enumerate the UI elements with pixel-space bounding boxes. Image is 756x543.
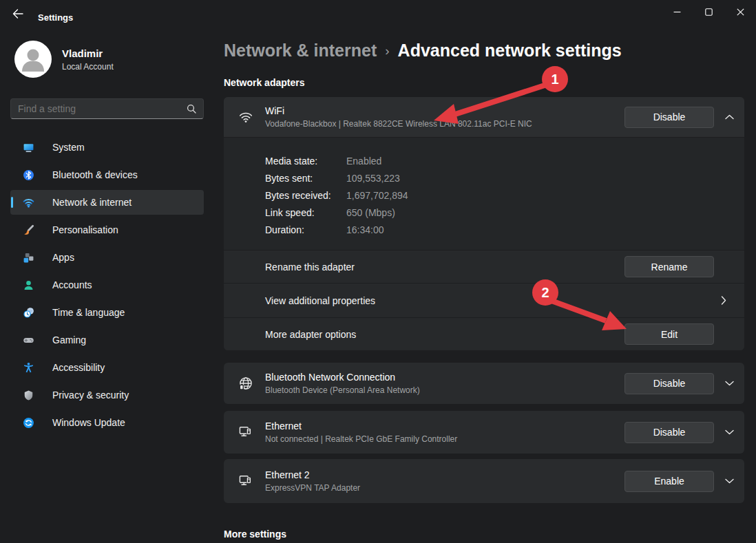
gamepad-icon (23, 334, 34, 346)
edit-button[interactable]: Edit (624, 323, 714, 345)
bluetooth-disable-button[interactable]: Disable (624, 373, 714, 394)
chevron-down-icon[interactable] (714, 429, 744, 435)
adapter-title: Ethernet 2 (265, 469, 360, 480)
user-profile[interactable]: Vladimir Local Account (14, 41, 114, 78)
sidebar-item-label: Apps (52, 252, 74, 263)
sidebar-nav: System Bluetooth & devices Network & int… (10, 135, 204, 438)
adapter-subtitle: Bluetooth Device (Personal Area Network) (265, 385, 420, 395)
chevron-right-icon (703, 296, 744, 305)
titlebar: Settings (0, 0, 756, 28)
view-additional-properties-row[interactable]: View additional properties (224, 283, 744, 317)
detail-label: Bytes received: (265, 190, 346, 201)
wifi-adapter-row[interactable]: WiFi Vodafone-Blackbox | Realtek 8822CE … (224, 97, 744, 137)
page-title: Advanced network settings (398, 41, 622, 60)
paintbrush-icon (23, 224, 34, 236)
sidebar: Vladimir Local Account System Bluetooth … (0, 28, 213, 543)
detail-label: Media state: (265, 156, 346, 167)
detail-value: 650 (Mbps) (346, 207, 395, 218)
detail-row: Duration: 16:34:00 (265, 221, 744, 238)
ethernet-adapter-row[interactable]: Ethernet Not connected | Realtek PCIe Gb… (224, 411, 744, 454)
maximize-button[interactable] (693, 0, 724, 23)
search-icon (187, 104, 196, 114)
sidebar-item-label: Accessibility (52, 362, 105, 373)
detail-value: 109,553,223 (346, 173, 400, 184)
more-adapter-options-row: More adapter options Edit (224, 317, 744, 350)
bluetooth-adapter-row[interactable]: Bluetooth Network Connection Bluetooth D… (224, 363, 744, 404)
detail-row: Bytes received: 1,697,702,894 (265, 187, 744, 204)
annotation-badge-1: 1 (551, 72, 558, 87)
sidebar-item-label: Time & language (52, 307, 125, 318)
minimize-button[interactable] (661, 0, 693, 23)
adapter-subtitle: Vodafone-Blackbox | Realtek 8822CE Wirel… (265, 119, 532, 129)
sidebar-item-label: Gaming (52, 334, 86, 345)
detail-value: 1,697,702,894 (346, 190, 408, 201)
sidebar-item-bluetooth-devices[interactable]: Bluetooth & devices (10, 162, 204, 187)
ethernet2-adapter-row[interactable]: Ethernet 2 ExpressVPN TAP Adapter Enable (224, 459, 744, 503)
ethernet2-enable-button[interactable]: Enable (624, 471, 714, 492)
detail-label: Duration: (265, 224, 346, 235)
rename-adapter-label: Rename this adapter (265, 262, 355, 273)
chevron-down-icon[interactable] (714, 381, 744, 386)
chevron-down-icon[interactable] (714, 478, 744, 484)
back-button[interactable] (6, 4, 30, 23)
app-title: Settings (38, 12, 73, 23)
sidebar-item-label: Windows Update (52, 417, 125, 428)
sidebar-item-label: Accounts (52, 279, 92, 290)
wifi-adapter-icon (238, 109, 254, 125)
clock-globe-icon (23, 307, 34, 319)
bluetooth-icon (23, 169, 34, 181)
search-input[interactable] (11, 103, 187, 114)
detail-value: Enabled (346, 156, 381, 167)
minimize-icon (673, 8, 681, 16)
ethernet2-adapter-card: Ethernet 2 ExpressVPN TAP Adapter Enable (224, 459, 744, 503)
accessibility-icon (23, 362, 34, 374)
wifi-disable-button[interactable]: Disable (624, 107, 714, 128)
detail-value: 16:34:00 (346, 224, 384, 235)
sidebar-item-gaming[interactable]: Gaming (10, 328, 204, 352)
view-additional-properties-label: View additional properties (265, 295, 375, 306)
detail-label: Bytes sent: (265, 173, 346, 184)
search-box[interactable] (10, 98, 204, 119)
person-icon (14, 41, 52, 78)
sidebar-item-accessibility[interactable]: Accessibility (10, 355, 204, 380)
sidebar-item-privacy-security[interactable]: Privacy & security (10, 383, 204, 407)
breadcrumb: Network & internet›Advanced network sett… (224, 41, 622, 61)
user-account-type: Local Account (62, 62, 114, 72)
ethernet-disable-button[interactable]: Disable (624, 422, 714, 443)
ethernet-icon (238, 425, 254, 440)
ethernet-icon (238, 473, 254, 489)
close-button[interactable] (724, 0, 756, 23)
sidebar-item-label: Privacy & security (52, 390, 129, 401)
system-icon (23, 142, 34, 153)
close-icon (737, 8, 744, 16)
detail-label: Link speed: (265, 207, 346, 218)
wifi-adapter-card: WiFi Vodafone-Blackbox | Realtek 8822CE … (224, 97, 744, 350)
wifi-details-panel: Media state: Enabled Bytes sent: 109,553… (224, 137, 744, 250)
rename-button[interactable]: Rename (624, 256, 714, 277)
sidebar-item-time-language[interactable]: Time & language (10, 300, 204, 325)
sidebar-item-personalisation[interactable]: Personalisation (10, 217, 204, 242)
back-arrow-icon (12, 9, 23, 19)
section-label-network-adapters: Network adapters (224, 77, 304, 88)
sidebar-item-windows-update[interactable]: Windows Update (10, 410, 204, 435)
sidebar-item-network-internet[interactable]: Network & internet (10, 190, 204, 215)
adapter-title: Ethernet (265, 420, 457, 432)
sidebar-item-apps[interactable]: Apps (10, 245, 204, 270)
detail-row: Media state: Enabled (265, 152, 744, 169)
sidebar-item-system[interactable]: System (10, 135, 204, 160)
sidebar-item-label: System (52, 142, 85, 153)
adapter-subtitle: Not connected | Realtek PCIe GbE Family … (265, 434, 457, 444)
sidebar-item-label: Network & internet (52, 197, 132, 208)
windows-update-icon (23, 417, 34, 429)
sidebar-item-accounts[interactable]: Accounts (10, 273, 204, 297)
sidebar-item-label: Personalisation (52, 224, 118, 235)
avatar (14, 41, 52, 78)
breadcrumb-parent[interactable]: Network & internet (224, 41, 377, 60)
wifi-icon (23, 197, 34, 209)
bluetooth-adapter-card: Bluetooth Network Connection Bluetooth D… (224, 363, 744, 404)
ethernet-adapter-card: Ethernet Not connected | Realtek PCIe Gb… (224, 411, 744, 454)
adapter-title: WiFi (265, 105, 532, 116)
detail-row: Link speed: 650 (Mbps) (265, 204, 744, 221)
sidebar-item-label: Bluetooth & devices (52, 169, 138, 180)
chevron-up-icon[interactable] (714, 114, 744, 120)
